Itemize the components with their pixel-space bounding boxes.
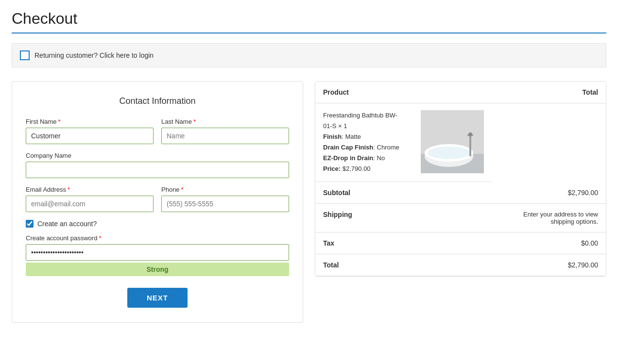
total-label: Total	[323, 261, 339, 269]
finish-label: Finish	[323, 133, 342, 140]
shipping-row: Shipping Enter your address to view ship…	[315, 204, 606, 232]
price-label: Price:	[323, 165, 341, 172]
phone-input[interactable]	[161, 196, 289, 212]
order-summary-panel: Product Total Freestanding Bathtub BW-01…	[315, 81, 606, 277]
first-name-label: First Name*	[26, 118, 154, 125]
tax-value: $0.00	[581, 239, 598, 247]
contact-panel-title: Contact Information	[26, 96, 289, 106]
page-title: Checkout	[12, 10, 606, 28]
returning-customer-bar: Returning customer? Click here to login	[12, 43, 606, 67]
total-value: $2,790.00	[568, 261, 598, 269]
company-name-input[interactable]	[26, 162, 289, 178]
product-info: Freestanding Bathtub BW-01-S × 1 Finish:…	[323, 110, 405, 175]
company-row: Company Name	[26, 152, 289, 178]
svg-point-8	[468, 132, 472, 136]
drain-cap-label: Drain Cap Finish	[323, 144, 373, 151]
password-required: *	[99, 234, 101, 242]
password-input[interactable]	[26, 244, 289, 261]
password-group: Create account password* Strong	[26, 234, 289, 276]
email-required: *	[68, 186, 70, 193]
product-image-cell	[413, 103, 492, 182]
company-name-label: Company Name	[26, 152, 289, 159]
shipping-label-cell: Shipping	[315, 204, 492, 232]
subtotal-label-cell: Subtotal	[315, 182, 492, 204]
total-label-cell: Total	[315, 254, 492, 276]
product-ez-drop: EZ-Drop in Drain: No	[323, 153, 405, 164]
order-table: Product Total Freestanding Bathtub BW-01…	[315, 82, 606, 276]
main-layout: Contact Information First Name* Last Nam…	[12, 81, 606, 323]
next-btn-row: NEXT	[26, 288, 289, 308]
product-finish: Finish: Matte	[323, 132, 405, 142]
total-col-header: Total	[492, 82, 606, 103]
product-col-header: Product	[315, 82, 492, 103]
contact-panel: Contact Information First Name* Last Nam…	[12, 81, 303, 323]
tax-label-cell: Tax	[315, 232, 492, 254]
company-name-group: Company Name	[26, 152, 289, 178]
email-group: Email Address*	[26, 186, 154, 212]
first-name-group: First Name*	[26, 118, 154, 144]
next-button[interactable]: NEXT	[127, 288, 188, 308]
tax-row: Tax $0.00	[315, 232, 606, 254]
create-account-row: Create an account?	[26, 220, 289, 228]
phone-group: Phone*	[161, 186, 289, 212]
product-row: Freestanding Bathtub BW-01-S × 1 Finish:…	[315, 103, 606, 182]
first-name-input[interactable]	[26, 128, 154, 144]
subtotal-value-cell: $2,790.00	[492, 182, 606, 204]
first-name-required: *	[58, 118, 61, 125]
subtotal-label: Subtotal	[323, 189, 350, 197]
total-value-cell: $2,790.00	[492, 254, 606, 276]
svg-point-5	[428, 147, 470, 159]
phone-required: *	[181, 186, 184, 193]
name-row: First Name* Last Name*	[26, 118, 289, 144]
shipping-note: Enter your address to view shipping opti…	[523, 211, 598, 225]
subtotal-value: $2,790.00	[568, 189, 598, 197]
bathtub-image	[421, 110, 484, 173]
email-input[interactable]	[26, 196, 154, 212]
tax-value-cell: $0.00	[492, 232, 606, 254]
phone-label: Phone*	[161, 186, 289, 193]
create-account-label[interactable]: Create an account?	[37, 220, 97, 228]
login-icon	[20, 50, 30, 60]
product-thumbnail	[421, 110, 484, 173]
tax-label: Tax	[323, 239, 334, 247]
subtotal-row: Subtotal $2,790.00	[315, 182, 606, 204]
last-name-group: Last Name*	[161, 118, 289, 144]
shipping-label: Shipping	[323, 211, 352, 218]
product-price: Price: $2,790.00	[323, 164, 405, 174]
email-label: Email Address*	[26, 186, 154, 193]
email-phone-row: Email Address* Phone*	[26, 186, 289, 212]
returning-customer-text: Returning customer? Click here to login	[34, 51, 154, 59]
create-account-checkbox[interactable]	[26, 220, 34, 228]
password-label: Create account password*	[26, 234, 289, 242]
svg-rect-6	[469, 134, 471, 156]
password-strength-bar: Strong	[26, 263, 289, 276]
title-divider	[12, 33, 606, 33]
product-name: Freestanding Bathtub BW-01-S × 1	[323, 110, 405, 132]
last-name-label: Last Name*	[161, 118, 289, 125]
product-drain-cap: Drain Cap Finish: Chrome	[323, 142, 405, 153]
total-row: Total $2,790.00	[315, 254, 606, 276]
shipping-value-cell: Enter your address to view shipping opti…	[492, 204, 606, 232]
last-name-input[interactable]	[161, 128, 289, 144]
last-name-required: *	[193, 118, 196, 125]
ez-drop-label: EZ-Drop in Drain	[323, 154, 373, 162]
product-details-cell: Freestanding Bathtub BW-01-S × 1 Finish:…	[315, 103, 413, 182]
